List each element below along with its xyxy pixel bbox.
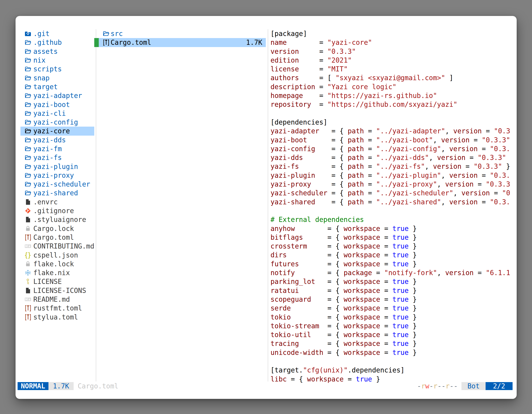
folder-open-icon xyxy=(25,154,31,161)
key-icon xyxy=(25,278,31,285)
file-row-yazi-config[interactable]: yazi-config xyxy=(20,118,94,127)
file-label: yazi-boot xyxy=(33,101,70,109)
file-label: nix xyxy=(33,56,46,64)
preview-line xyxy=(270,109,517,118)
file-row-Cargo.toml[interactable]: [T]Cargo.toml xyxy=(20,233,94,242)
preview-line: bitflags = { workspace = true } xyxy=(270,233,517,242)
file-position-badge: 2/2 xyxy=(485,382,513,390)
file-row-yazi-adapter[interactable]: yazi-adapter xyxy=(20,91,94,100)
file-label: rustfmt.toml xyxy=(33,304,82,312)
file-row-.gitignore[interactable]: .gitignore xyxy=(20,206,94,215)
folder-open-icon xyxy=(25,66,31,72)
file-row-yazi-cli[interactable]: yazi-cli xyxy=(20,109,94,118)
folder-open-icon xyxy=(25,92,31,99)
pane-divider-right xyxy=(268,29,268,382)
file-row-Cargo.toml[interactable]: [T]Cargo.toml1.7K xyxy=(94,38,266,47)
preview-line: yazi-config = { path = "../yazi-config",… xyxy=(270,144,517,153)
preview-line: homepage = "https://yazi-rs.github.io" xyxy=(270,91,517,100)
json-icon: {} xyxy=(25,252,31,259)
preview-line: yazi-fs = { path = "../yazi-fs", version… xyxy=(270,162,517,171)
file-row-yazi-core[interactable]: yazi-core xyxy=(20,127,94,135)
folder-open-icon xyxy=(25,75,31,81)
preview-line: description = "Yazi core logic" xyxy=(270,82,517,91)
toml-icon: [T] xyxy=(103,39,109,46)
file-label: yazi-fm xyxy=(33,145,62,153)
file-icon xyxy=(25,287,31,294)
file-row-target[interactable]: target xyxy=(20,82,94,91)
preview-line: yazi-adapter = { path = "../yazi-adapter… xyxy=(270,127,517,135)
markdown-icon xyxy=(25,243,31,250)
preview-line: futures = { workspace = true } xyxy=(270,260,517,268)
file-label: README.md xyxy=(33,295,70,303)
file-label: target xyxy=(33,83,58,91)
file-row-LICENSE-ICONS[interactable]: LICENSE-ICONS xyxy=(20,286,94,295)
toml-icon: [T] xyxy=(25,305,31,311)
preview-line: anyhow = { workspace = true } xyxy=(270,224,517,233)
preview-line: [dependencies] xyxy=(270,118,517,127)
preview-line: [target."cfg(unix)".dependencies] xyxy=(270,366,517,375)
file-label: yazi-proxy xyxy=(33,171,74,179)
file-label: yazi-dds xyxy=(33,136,66,144)
lock-icon xyxy=(25,225,31,232)
preview-line: scopeguard = { workspace = true } xyxy=(270,295,517,304)
folder-open-icon xyxy=(25,145,31,152)
file-label: flake.nix xyxy=(33,269,70,277)
current-pane: src[T]Cargo.toml1.7K xyxy=(94,29,266,47)
file-row-rustfmt.toml[interactable]: [T]rustfmt.toml xyxy=(20,304,94,313)
folder-open-icon xyxy=(25,83,31,90)
file-row-LICENSE[interactable]: LICENSE xyxy=(20,277,94,286)
preview-line: yazi-proxy = { path = "../yazi-proxy", v… xyxy=(270,180,517,189)
folder-open-icon xyxy=(25,48,31,55)
file-row-Cargo.lock[interactable]: Cargo.lock xyxy=(20,224,94,233)
folder-open-icon xyxy=(25,39,31,46)
status-filename: Cargo.toml xyxy=(78,382,118,390)
file-row-README.md[interactable]: README.md xyxy=(20,295,94,304)
preview-line: # External dependencies xyxy=(270,215,517,224)
file-row-yazi-proxy[interactable]: yazi-proxy xyxy=(20,171,94,180)
file-label: yazi-shared xyxy=(33,189,78,197)
file-label: flake.lock xyxy=(33,260,74,268)
file-row-.envrc[interactable]: .envrc xyxy=(20,198,94,206)
folder-open-icon xyxy=(25,163,31,170)
preview-line: repository = "https://github.com/sxyazi/… xyxy=(270,100,517,109)
file-label: snap xyxy=(33,74,49,82)
file-row-src[interactable]: src xyxy=(94,29,266,38)
file-row-flake.nix[interactable]: flake.nix xyxy=(20,268,94,277)
file-row-yazi-shared[interactable]: yazi-shared xyxy=(20,189,94,197)
file-row-.github[interactable]: .github xyxy=(20,38,94,47)
file-row-flake.lock[interactable]: flake.lock xyxy=(20,260,94,268)
lock-icon xyxy=(25,260,31,267)
file-row-.git[interactable]: .git xyxy=(20,29,94,38)
preview-line: tokio-stream = { workspace = true } xyxy=(270,322,517,330)
preview-line: version = "0.3.3" xyxy=(270,47,517,56)
preview-line: unicode-width = { workspace = true } xyxy=(270,348,517,357)
preview-line: tokio = { workspace = true } xyxy=(270,313,517,322)
file-row-assets[interactable]: assets xyxy=(20,47,94,56)
file-label: cspell.json xyxy=(33,251,78,259)
file-row-CONTRIBUTING.md[interactable]: CONTRIBUTING.md xyxy=(20,242,94,250)
preview-line: yazi-scheduler = { path = "../yazi-sched… xyxy=(270,189,517,197)
file-size-badge: 1.7K xyxy=(48,382,74,390)
file-label: yazi-scheduler xyxy=(33,180,90,188)
file-permissions: -rw-r--r-- xyxy=(417,382,458,390)
file-row-scripts[interactable]: scripts xyxy=(20,65,94,73)
file-row-yazi-fm[interactable]: yazi-fm xyxy=(20,144,94,153)
file-label: .gitignore xyxy=(33,207,74,215)
file-row-yazi-scheduler[interactable]: yazi-scheduler xyxy=(20,180,94,189)
file-row-yazi-fs[interactable]: yazi-fs xyxy=(20,153,94,162)
file-row-nix[interactable]: nix xyxy=(20,56,94,65)
file-row-stylua.toml[interactable]: [T]stylua.toml xyxy=(20,313,94,322)
git-file-icon xyxy=(25,207,31,214)
file-row-yazi-plugin[interactable]: yazi-plugin xyxy=(20,162,94,171)
file-row-.styluaignore[interactable]: .styluaignore xyxy=(20,215,94,224)
file-icon xyxy=(25,199,31,205)
toml-icon: [T] xyxy=(25,234,31,241)
file-row-cspell.json[interactable]: {}cspell.json xyxy=(20,250,94,259)
git-folder-icon xyxy=(25,30,31,37)
file-row-yazi-boot[interactable]: yazi-boot xyxy=(20,100,94,109)
preview-line: parking_lot = { workspace = true } xyxy=(270,277,517,286)
file-row-yazi-dds[interactable]: yazi-dds xyxy=(20,136,94,144)
preview-line: tokio-util = { workspace = true } xyxy=(270,330,517,339)
file-row-snap[interactable]: snap xyxy=(20,73,94,82)
file-label: stylua.toml xyxy=(33,313,78,321)
